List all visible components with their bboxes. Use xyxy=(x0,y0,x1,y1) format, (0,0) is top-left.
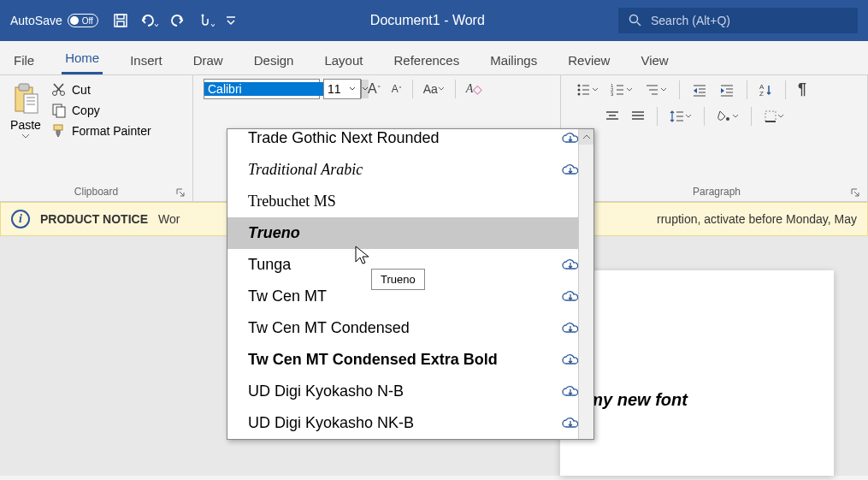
scissors-icon xyxy=(51,82,67,98)
tab-design[interactable]: Design xyxy=(251,46,298,74)
toggle-knob xyxy=(70,16,79,25)
shading-button[interactable] xyxy=(713,108,742,125)
format-painter-button[interactable]: Format Painter xyxy=(51,123,151,139)
toggle-switch[interactable]: Off xyxy=(68,14,98,27)
copy-button[interactable]: Copy xyxy=(51,103,151,118)
font-size-combobox[interactable] xyxy=(323,79,361,99)
line-spacing-button[interactable] xyxy=(666,108,695,125)
align-center-button[interactable] xyxy=(602,109,623,124)
cut-button[interactable]: Cut xyxy=(51,82,151,98)
shrink-font-button[interactable]: A˅ xyxy=(388,81,405,97)
clipboard-icon xyxy=(10,82,41,116)
search-box[interactable]: Search (Alt+Q) xyxy=(618,8,858,33)
notice-label: PRODUCT NOTICE xyxy=(40,212,148,226)
svg-point-3 xyxy=(201,15,204,17)
paintbrush-icon xyxy=(51,123,67,139)
svg-rect-2 xyxy=(117,21,124,27)
copy-label: Copy xyxy=(72,104,100,117)
tab-home[interactable]: Home xyxy=(62,44,103,74)
align-justify-button[interactable] xyxy=(628,109,648,124)
font-option[interactable]: Trueno xyxy=(227,217,593,249)
font-option-label: Tunga xyxy=(248,256,291,274)
font-option-label: UD Digi Kyokasho N-B xyxy=(248,382,404,400)
sort-button[interactable]: AZ xyxy=(756,81,776,98)
touch-mode-icon[interactable] xyxy=(196,12,215,29)
show-paragraph-marks-button[interactable]: ¶ xyxy=(794,79,810,100)
svg-rect-9 xyxy=(24,94,38,113)
svg-line-6 xyxy=(637,22,641,26)
font-option[interactable]: Tw Cen MT Condensed Extra Bold xyxy=(227,344,593,376)
qat-customize-icon[interactable] xyxy=(225,12,237,29)
tab-references[interactable]: References xyxy=(390,46,463,74)
increase-indent-button[interactable] xyxy=(716,81,738,98)
format-painter-label: Format Painter xyxy=(72,124,151,138)
tab-insert[interactable]: Insert xyxy=(127,46,166,74)
font-option[interactable]: Traditional Arabic xyxy=(227,154,593,186)
font-option-label: Traditional Arabic xyxy=(248,161,363,179)
svg-point-14 xyxy=(61,92,65,96)
clipboard-group-label: Clipboard xyxy=(7,182,186,201)
decrease-indent-button[interactable] xyxy=(688,81,711,98)
tab-view[interactable]: View xyxy=(637,46,671,74)
autosave-toggle[interactable]: AutoSave Off xyxy=(10,14,98,27)
svg-rect-0 xyxy=(115,15,127,27)
autosave-label: AutoSave xyxy=(10,14,62,27)
search-placeholder: Search (Alt+Q) xyxy=(651,14,730,27)
titlebar: AutoSave Off Document1 - Word Search (Al… xyxy=(0,0,868,41)
grow-font-button[interactable]: A˄ xyxy=(364,80,385,98)
undo-icon[interactable] xyxy=(139,12,158,29)
cloud-download-icon xyxy=(561,417,580,430)
svg-rect-54 xyxy=(765,111,776,121)
font-option[interactable]: Trade Gothic Next Rounded xyxy=(227,129,593,154)
cloud-download-icon xyxy=(561,322,580,335)
search-icon xyxy=(629,14,642,27)
font-option[interactable]: Tw Cen MT Condensed xyxy=(227,312,593,344)
dialog-launcher-icon[interactable] xyxy=(850,187,860,198)
document-page[interactable]: f my new font xyxy=(560,270,834,476)
scrollbar[interactable] xyxy=(578,129,593,439)
svg-rect-18 xyxy=(56,107,65,117)
document-title: Document1 - Word xyxy=(244,13,611,28)
notice-text-left: Wor xyxy=(158,212,180,226)
clear-formatting-button[interactable]: A◇ xyxy=(463,80,487,98)
numbering-button[interactable]: 123 xyxy=(607,81,636,98)
svg-rect-8 xyxy=(19,84,29,91)
tab-review[interactable]: Review xyxy=(564,46,613,74)
font-size-dropdown-button[interactable] xyxy=(345,80,360,98)
tab-file[interactable]: File xyxy=(10,46,38,74)
svg-point-13 xyxy=(53,92,57,96)
font-name-combobox[interactable] xyxy=(204,79,320,99)
quick-access-toolbar xyxy=(112,12,237,29)
multilevel-list-button[interactable] xyxy=(641,81,670,98)
dialog-launcher-icon[interactable] xyxy=(175,187,186,198)
tab-draw[interactable]: Draw xyxy=(190,46,227,74)
cloud-download-icon xyxy=(561,163,580,177)
font-option-label: Trebuchet MS xyxy=(248,193,336,210)
tab-mailings[interactable]: Mailings xyxy=(487,46,540,74)
toggle-state: Off xyxy=(82,16,93,26)
paragraph-group-label: Paragraph xyxy=(573,182,860,201)
font-size-input[interactable] xyxy=(324,82,345,96)
svg-text:3: 3 xyxy=(611,92,614,97)
clipboard-group: Paste Cut Copy Format Painter Clipboa xyxy=(0,75,193,201)
paste-button[interactable]: Paste xyxy=(7,79,44,142)
font-option[interactable]: Trebuchet MS xyxy=(227,186,593,217)
change-case-button[interactable]: Aa xyxy=(420,80,448,98)
cut-label: Cut xyxy=(72,83,91,97)
save-icon[interactable] xyxy=(112,12,129,29)
font-option-label: Tw Cen MT Condensed Extra Bold xyxy=(248,351,498,369)
chevron-down-icon xyxy=(21,133,30,139)
cloud-download-icon xyxy=(561,290,580,304)
font-option[interactable]: UD Digi Kyokasho NK-B xyxy=(227,407,593,439)
svg-point-5 xyxy=(630,15,638,23)
ribbon-tabs: File Home Insert Draw Design Layout Refe… xyxy=(0,41,868,75)
borders-button[interactable] xyxy=(760,108,788,125)
bullets-button[interactable] xyxy=(573,81,602,98)
scroll-up-button[interactable] xyxy=(579,129,593,145)
redo-icon[interactable] xyxy=(168,12,186,29)
tab-layout[interactable]: Layout xyxy=(321,46,366,74)
svg-point-20 xyxy=(578,84,581,86)
font-option[interactable]: UD Digi Kyokasho N-B xyxy=(227,376,593,407)
font-option-label: Trueno xyxy=(248,224,300,242)
svg-text:Z: Z xyxy=(759,90,764,97)
